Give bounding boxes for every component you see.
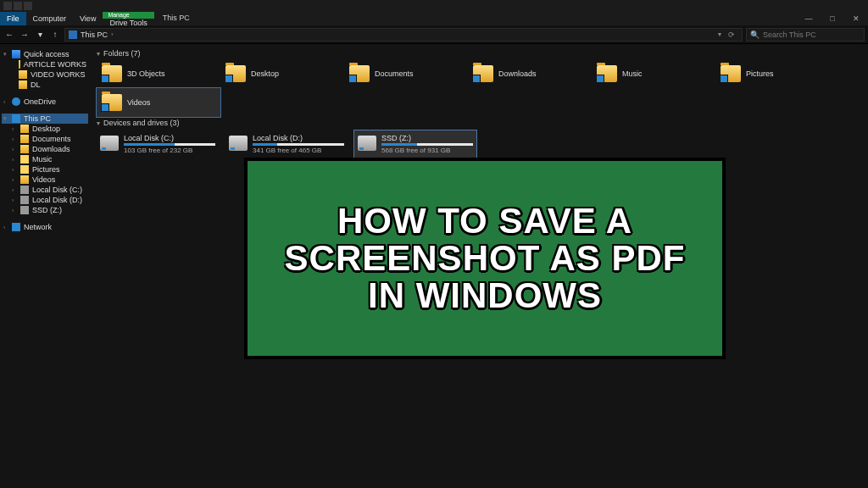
qat-icon[interactable]: [3, 2, 12, 10]
folder-tile[interactable]: Music: [592, 59, 715, 88]
drive-tile[interactable]: Local Disk (C:)103 GB free of 232 GB: [97, 130, 219, 158]
address-bar[interactable]: This PC › ▾ ⟳: [64, 28, 743, 42]
qat-icon[interactable]: [14, 2, 22, 10]
sidebar-item-onedrive[interactable]: › OneDrive: [2, 97, 88, 107]
chevron-right-icon[interactable]: ›: [12, 187, 17, 193]
chevron-right-icon[interactable]: ›: [12, 167, 17, 173]
search-input[interactable]: 🔍 Search This PC: [746, 28, 865, 42]
chevron-right-icon[interactable]: ›: [12, 157, 17, 163]
pc-icon: [12, 114, 20, 123]
drive-free-text: 341 GB free of 465 GB: [253, 147, 344, 154]
sidebar-item-documents[interactable]: ›Documents: [2, 134, 88, 144]
folder-tile[interactable]: Documents: [344, 59, 468, 88]
sidebar-item-videos[interactable]: ›Videos: [2, 175, 88, 185]
minimize-button[interactable]: —: [797, 12, 821, 25]
sidebar-item-label: ARTICLE WORKS: [24, 60, 86, 69]
folder-name: Documents: [375, 69, 414, 78]
folder-icon: [349, 65, 370, 82]
qat-icon[interactable]: [24, 2, 32, 10]
contextual-tab-label: Manage: [103, 12, 153, 19]
tab-computer[interactable]: Computer: [26, 12, 74, 25]
tab-file[interactable]: File: [0, 12, 26, 25]
chevron-right-icon[interactable]: ›: [12, 197, 17, 203]
sidebar-item-label: Local Disk (C:): [32, 186, 82, 194]
maximize-button[interactable]: □: [821, 12, 844, 25]
sidebar-item-pictures[interactable]: ›Pictures: [2, 164, 88, 175]
folder-icon: [597, 65, 617, 82]
pictures-icon: [20, 165, 29, 174]
folder-icon: [102, 94, 122, 111]
sidebar-item-label: Videos: [32, 175, 55, 184]
chevron-down-icon[interactable]: ▾: [97, 50, 100, 58]
drive-name: Local Disk (D:): [253, 134, 344, 142]
up-button[interactable]: ↑: [49, 29, 61, 41]
folder-name: Music: [622, 69, 643, 78]
badge-icon: [472, 75, 481, 83]
chevron-right-icon[interactable]: ›: [3, 99, 8, 105]
sidebar-item-pinned[interactable]: ARTICLE WORKS: [2, 59, 88, 69]
drive-usage-bar: [253, 143, 344, 146]
sidebar-item-desktop[interactable]: ›Desktop: [2, 124, 88, 134]
sidebar-item-this-pc[interactable]: ▾ This PC: [2, 114, 88, 124]
sidebar-item-downloads[interactable]: ›Downloads: [2, 144, 88, 154]
sidebar-item-drive-d[interactable]: ›Local Disk (D:): [2, 195, 88, 205]
folder-icon: [473, 65, 493, 82]
folder-icon: [20, 145, 29, 153]
search-placeholder: Search This PC: [763, 30, 816, 39]
refresh-button[interactable]: ⟳: [725, 30, 738, 39]
back-button[interactable]: ←: [3, 29, 15, 41]
contextual-tab-drive-tools: Manage Drive Tools: [103, 12, 153, 25]
folder-icon: [19, 60, 20, 69]
chevron-down-icon[interactable]: ▾: [3, 51, 8, 58]
recent-locations-button[interactable]: ▾: [34, 29, 46, 41]
tab-view[interactable]: View: [73, 12, 103, 25]
chevron-right-icon[interactable]: ›: [12, 126, 17, 132]
navigation-pane[interactable]: ▾ Quick access ARTICLE WORKS VIDEO WORKS…: [0, 44, 90, 488]
chevron-down-icon[interactable]: ▾: [3, 115, 8, 122]
pc-icon: [69, 30, 77, 39]
sidebar-item-pinned[interactable]: DL: [2, 80, 88, 90]
folder-name: Videos: [127, 98, 150, 107]
chevron-right-icon[interactable]: ›: [12, 208, 17, 214]
folder-tile[interactable]: Desktop: [220, 59, 344, 88]
badge-icon: [101, 75, 109, 83]
chevron-down-icon[interactable]: ▾: [97, 119, 100, 127]
close-button[interactable]: ✕: [844, 12, 868, 25]
folder-tile[interactable]: 3D Objects: [97, 59, 220, 88]
chevron-right-icon[interactable]: ›: [12, 177, 17, 183]
section-header-folders[interactable]: ▾ Folders (7): [97, 47, 861, 59]
section-header-drives[interactable]: ▾ Devices and drives (3): [97, 117, 861, 129]
forward-button[interactable]: →: [19, 29, 31, 41]
folder-tile[interactable]: Pictures: [715, 59, 839, 88]
search-icon: 🔍: [750, 30, 760, 39]
sidebar-item-label: Downloads: [32, 145, 70, 153]
drive-tile[interactable]: SSD (Z:)568 GB free of 931 GB: [354, 130, 476, 158]
drive-usage-bar: [124, 143, 215, 146]
sidebar-item-network[interactable]: › Network: [2, 222, 88, 232]
banner-title: HOW TO SAVE A SCREENSHOT AS PDF IN WINDO…: [273, 202, 697, 314]
chevron-right-icon[interactable]: ›: [3, 225, 8, 230]
sidebar-item-label: This PC: [24, 114, 51, 123]
folder-icon: [20, 125, 29, 133]
breadcrumb-segment[interactable]: This PC: [81, 30, 108, 39]
titlebar: [0, 0, 868, 12]
badge-icon: [596, 75, 604, 83]
sidebar-item-drive-z[interactable]: ›SSD (Z:): [2, 205, 88, 215]
sidebar-item-music[interactable]: ›Music: [2, 154, 88, 164]
folder-tile[interactable]: Downloads: [468, 59, 592, 88]
address-dropdown-button[interactable]: ▾: [718, 30, 721, 38]
sidebar-item-drive-c[interactable]: ›Local Disk (C:): [2, 185, 88, 195]
chevron-right-icon[interactable]: ›: [111, 30, 114, 38]
music-icon: [20, 155, 29, 164]
sidebar-item-label: Pictures: [32, 165, 60, 174]
sidebar-item-quick-access[interactable]: ▾ Quick access: [2, 49, 88, 59]
sidebar-item-pinned[interactable]: VIDEO WORKS: [2, 69, 88, 80]
drive-tile[interactable]: Local Disk (D:)341 GB free of 465 GB: [225, 130, 348, 158]
sidebar-item-label: Quick access: [24, 50, 70, 58]
chevron-right-icon[interactable]: ›: [12, 147, 17, 152]
chevron-right-icon[interactable]: ›: [12, 136, 17, 142]
folder-icon: [19, 70, 27, 79]
drives-row: Local Disk (C:)103 GB free of 232 GBLoca…: [97, 130, 861, 158]
folder-tile[interactable]: Videos: [97, 88, 220, 117]
sidebar-item-label: Network: [24, 223, 52, 231]
